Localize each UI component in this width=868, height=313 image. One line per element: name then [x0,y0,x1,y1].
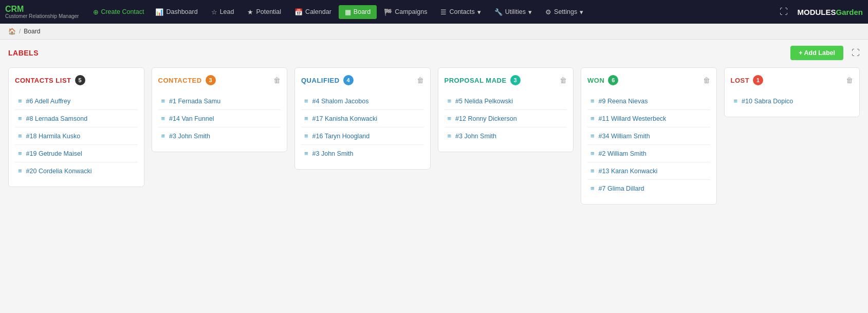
trash-icon-lost[interactable]: 🗑 [846,76,853,84]
contact-name: #9 Reena Nievas [599,98,648,105]
fullscreen-icon[interactable]: ⛶ [852,48,860,58]
nav-contacts[interactable]: ☰ Contacts ▾ [434,5,487,19]
labels-title: LABELS [8,49,39,57]
contact-name: #3 John Smith [455,133,496,140]
contact-card[interactable]: ≡#16 Taryn Hoogland [301,127,424,145]
contact-card[interactable]: ≡#3 John Smith [301,145,424,162]
trash-icon-qualified[interactable]: 🗑 [417,76,424,84]
contact-card[interactable]: ≡#7 Glima Dillard [587,180,710,197]
col-title-qualified: QUALIFIED [301,77,340,84]
contact-card[interactable]: ≡#18 Harmila Kusko [15,127,138,145]
utilities-icon: 🔧 [494,8,503,16]
nav-calendar-label: Calendar [305,8,331,15]
col-header-contacted: CONTACTED3🗑 [158,75,281,85]
board-icon: ▦ [345,8,351,16]
settings-icon: ⚙ [545,8,551,16]
list-icon: ≡ [448,97,452,105]
col-title-wrap-lost: LOST1 [731,75,764,85]
trash-icon-proposal-made[interactable]: 🗑 [560,76,567,84]
list-icon: ≡ [18,97,22,105]
list-icon: ≡ [18,132,22,140]
col-header-won: WON6🗑 [587,75,710,85]
right-icons: ⛶ MODULESGarden [780,7,863,16]
nav-calendar[interactable]: 📅 Calendar [288,5,338,19]
calendar-icon: 📅 [294,8,303,16]
list-icon: ≡ [448,132,452,140]
list-icon: ≡ [161,132,165,140]
brand-logo: CRM Customer Relationship Manager [5,5,79,20]
contact-card[interactable]: ≡#17 Kanisha Konwacki [301,110,424,127]
top-navigation: CRM Customer Relationship Manager ⊕ Crea… [0,0,868,24]
list-icon: ≡ [161,97,165,105]
nav-dashboard[interactable]: 📊 Dashboard [149,5,204,19]
contact-name: #19 Getrude Maisel [26,150,82,157]
contact-name: #1 Fernada Samu [169,98,220,105]
contact-card[interactable]: ≡#3 John Smith [158,127,281,144]
col-title-proposal-made: PROPOSAL MADE [445,77,507,84]
list-icon: ≡ [590,115,595,122]
list-icon: ≡ [734,97,738,105]
contact-name: #17 Kanisha Konwacki [312,115,377,122]
nav-board-label: Board [354,8,371,15]
col-header-lost: LOST1🗑 [731,75,854,85]
contact-name: #20 Cordelia Konwacki [26,168,92,175]
list-icon: ≡ [590,132,595,140]
contact-card[interactable]: ≡#11 Willard Westerbeck [587,110,710,127]
nav-settings-label: Settings [554,8,577,15]
breadcrumb-separator: / [19,28,21,35]
contact-name: #3 John Smith [169,133,210,140]
contact-card[interactable]: ≡#12 Ronny Dickerson [445,110,567,127]
contact-name: #14 Van Funnel [169,115,214,122]
nav-settings[interactable]: ⚙ Settings ▾ [539,5,589,19]
contact-card[interactable]: ≡#4 Shalom Jacobos [301,93,424,110]
contact-card[interactable]: ≡#2 William Smith [587,145,710,162]
nav-potential[interactable]: ★ Potential [241,5,287,19]
trash-icon-won[interactable]: 🗑 [703,76,710,84]
list-icon: ≡ [18,150,22,157]
nav-campaigns[interactable]: 🏁 Campaigns [378,5,433,19]
contact-card[interactable]: ≡#6 Adell Auffrey [15,93,138,110]
contact-card[interactable]: ≡#5 Nelida Pelkowski [445,93,567,110]
home-icon[interactable]: 🏠 [8,28,16,35]
contact-name: #3 John Smith [312,150,354,157]
contact-card[interactable]: ≡#10 Sabra Dopico [731,93,854,109]
nav-lead[interactable]: ☆ Lead [205,5,241,19]
expand-icon[interactable]: ⛶ [780,7,788,16]
contact-card[interactable]: ≡#13 Karan Konwacki [587,162,710,180]
nav-campaigns-label: Campaigns [395,8,427,15]
col-title-contacts-list: CONTACTS LIST [15,77,71,84]
dashboard-icon: 📊 [155,8,163,16]
contact-name: #5 Nelida Pelkowski [455,98,513,105]
contact-name: #6 Adell Auffrey [26,98,71,105]
contact-card[interactable]: ≡#3 John Smith [445,127,567,144]
add-label-button[interactable]: + Add Label [790,46,843,60]
nav-potential-label: Potential [256,8,281,15]
trash-icon-contacted[interactable]: 🗑 [273,76,281,84]
board-col-contacts-list: CONTACTS LIST5≡#6 Adell Auffrey≡#8 Lerna… [8,67,144,187]
board-col-lost: LOST1🗑≡#10 Sabra Dopico [724,67,860,117]
col-badge-contacted: 3 [206,75,216,85]
breadcrumb: 🏠 / Board [0,24,868,40]
plus-icon: ⊕ [93,8,99,16]
col-title-lost: LOST [731,77,750,84]
board-col-contacted: CONTACTED3🗑≡#1 Fernada Samu≡#14 Van Funn… [152,67,288,152]
create-contact-button[interactable]: ⊕ Create Contact [88,5,149,19]
nav-items: 📊 Dashboard ☆ Lead ★ Potential 📅 Calenda… [149,5,780,19]
contact-name: #16 Taryn Hoogland [312,133,370,140]
contact-card[interactable]: ≡#14 Van Funnel [158,110,281,127]
nav-board[interactable]: ▦ Board [339,5,377,19]
contact-card[interactable]: ≡#1 Fernada Samu [158,93,281,110]
col-badge-proposal-made: 3 [510,75,521,85]
board-col-proposal-made: PROPOSAL MADE3🗑≡#5 Nelida Pelkowski≡#12 … [438,67,574,152]
brand-title: CRM [5,5,79,14]
col-title-wrap-qualified: QUALIFIED4 [301,75,354,85]
main-content: LABELS + Add Label ⛶ CONTACTS LIST5≡#6 A… [0,40,868,211]
nav-utilities[interactable]: 🔧 Utilities ▾ [488,5,538,19]
board-col-qualified: QUALIFIED4🗑≡#4 Shalom Jacobos≡#17 Kanish… [294,67,431,170]
contact-card[interactable]: ≡#20 Cordelia Konwacki [15,162,138,179]
contact-card[interactable]: ≡#8 Lernada Samsond [15,110,138,127]
contact-card[interactable]: ≡#34 William Smith [587,127,710,145]
contact-card[interactable]: ≡#19 Getrude Maisel [15,145,138,162]
contact-card[interactable]: ≡#9 Reena Nievas [587,93,710,110]
contact-name: #4 Shalom Jacobos [312,98,369,105]
